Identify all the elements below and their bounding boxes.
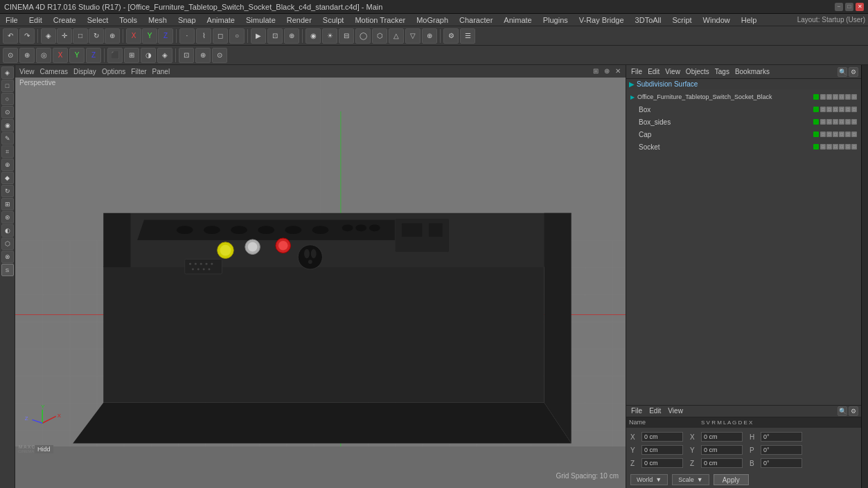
lt-bevel[interactable]: ◆ xyxy=(1,172,14,184)
obj-tab-view[interactable]: View xyxy=(663,68,682,75)
menu-plugins[interactable]: Plugins xyxy=(540,16,571,24)
lt-smooth[interactable]: ⬡ xyxy=(1,237,14,250)
viewport-tab-options[interactable]: Options xyxy=(102,68,125,75)
lt-extrude[interactable]: ⊕ xyxy=(1,159,14,171)
tb2-3[interactable]: ◎ xyxy=(36,48,51,63)
camera-button[interactable]: ◉ xyxy=(305,28,321,44)
coord-y-pos[interactable]: 0 cm xyxy=(641,445,683,455)
obj-search[interactable]: 🔍 xyxy=(838,67,847,77)
menu-select[interactable]: Select xyxy=(85,16,112,24)
lt-select[interactable]: ◈ xyxy=(1,66,14,79)
scale-mode-button[interactable]: Scale ▼ xyxy=(672,474,709,485)
undo-button[interactable]: ↶ xyxy=(3,28,18,44)
vp-maximize[interactable]: ⊞ xyxy=(591,66,601,75)
lt-rect[interactable]: □ xyxy=(1,80,14,92)
bottom-tab-file[interactable]: File xyxy=(629,407,644,415)
coord-b-rot[interactable]: 0° xyxy=(761,458,802,468)
menu-tools[interactable]: Tools xyxy=(116,16,140,24)
menu-mesh[interactable]: Mesh xyxy=(145,16,170,24)
menu-simulate[interactable]: Simulate xyxy=(243,16,278,24)
vp-settings[interactable]: ⊕ xyxy=(602,66,612,75)
menu-snap[interactable]: Snap xyxy=(175,16,199,24)
obj-settings[interactable]: ⚙ xyxy=(849,67,858,77)
plugin1-button[interactable]: ⚙ xyxy=(443,28,459,44)
render-button[interactable]: ▶ xyxy=(251,28,266,44)
tb2-y[interactable]: Y xyxy=(69,48,85,63)
move-tool-button[interactable]: ✛ xyxy=(57,28,72,44)
menu-help[interactable]: Help xyxy=(738,16,760,24)
lt-bridge[interactable]: ⊞ xyxy=(1,198,14,210)
lt-knife[interactable]: ⌗ xyxy=(1,145,14,158)
y-axis-button[interactable]: Y xyxy=(142,28,157,44)
coord-z-size[interactable]: 0 cm xyxy=(701,458,743,468)
viewport-tab-view[interactable]: View xyxy=(19,68,35,75)
coord-x-pos[interactable]: 0 cm xyxy=(641,432,683,442)
lt-weld[interactable]: ⊛ xyxy=(1,211,14,224)
menu-window[interactable]: Window xyxy=(700,16,733,24)
coord-h-rot[interactable]: 0° xyxy=(761,432,802,442)
tb2-z[interactable]: Z xyxy=(86,48,101,63)
right-scrollbar[interactable] xyxy=(861,65,868,488)
menu-edit[interactable]: Edit xyxy=(26,16,45,24)
tb2-snap3[interactable]: ⊙ xyxy=(212,48,227,63)
lt-python[interactable]: S xyxy=(1,264,14,276)
menu-motion-tracker[interactable]: Motion Tracker xyxy=(352,16,408,24)
menu-3dtoall[interactable]: 3DToAll xyxy=(632,16,664,24)
tb2-snap2[interactable]: ⊕ xyxy=(195,48,211,63)
tb2-2[interactable]: ⊕ xyxy=(19,48,35,63)
menu-vray[interactable]: V-Ray Bridge xyxy=(576,16,627,24)
obj-row-cap[interactable]: Cap □ □ □ □ □ □ xyxy=(628,128,860,141)
close-button[interactable]: ✕ xyxy=(856,3,864,11)
menu-script[interactable]: Script xyxy=(669,16,694,24)
points-button[interactable]: · xyxy=(179,28,195,44)
floor-button[interactable]: ⊟ xyxy=(339,28,354,44)
coord-x-size[interactable]: 0 cm xyxy=(701,432,743,442)
bottom-tab-view[interactable]: View xyxy=(666,407,685,415)
obj-tab-edit[interactable]: Edit xyxy=(646,68,662,75)
bottom-search[interactable]: 🔍 xyxy=(838,406,847,416)
viewport-tab-display[interactable]: Display xyxy=(73,68,96,75)
redo-button[interactable]: ↷ xyxy=(19,28,35,44)
obj-row-socket[interactable]: Socket □ □ □ □ □ □ xyxy=(628,141,860,153)
obj-row-box[interactable]: Box □ □ □ □ □ □ xyxy=(628,103,860,116)
lt-loop[interactable]: ↻ xyxy=(1,185,14,197)
apply-button[interactable]: Apply xyxy=(714,474,749,485)
lt-paint[interactable]: ✎ xyxy=(1,132,14,145)
obj-tab-bookmarks[interactable]: Bookmarks xyxy=(733,68,772,75)
null-button[interactable]: ⊕ xyxy=(422,28,437,44)
tb2-hidden[interactable]: ◈ xyxy=(157,48,172,63)
menu-file[interactable]: File xyxy=(3,16,21,24)
lt-magnet[interactable]: ◐ xyxy=(1,224,14,237)
tb2-obj[interactable]: ⬛ xyxy=(107,48,123,63)
lt-sculpt[interactable]: ⊗ xyxy=(1,251,14,263)
bottom-tab-edit[interactable]: Edit xyxy=(647,407,663,415)
obj-row-box-sides[interactable]: Box_sides □ □ □ □ □ □ xyxy=(628,116,860,128)
obj-tab-objects[interactable]: Objects xyxy=(684,68,711,75)
obj-tab-file[interactable]: File xyxy=(629,68,644,75)
menu-animate[interactable]: Animate xyxy=(204,16,238,24)
render-region-button[interactable]: ⊡ xyxy=(267,28,283,44)
env-button[interactable]: ⬡ xyxy=(372,28,387,44)
coord-p-rot[interactable]: 0° xyxy=(761,445,802,455)
bg-button[interactable]: ▽ xyxy=(405,28,420,44)
multi-tool-button[interactable]: ⊕ xyxy=(105,28,120,44)
select-tool-button[interactable]: ◈ xyxy=(41,28,56,44)
vp-close[interactable]: ✕ xyxy=(613,66,623,75)
maximize-button[interactable]: □ xyxy=(845,3,853,11)
obj-row-main[interactable]: ▶ Office_Furniture_Tabletop_Switch_Socke… xyxy=(628,91,860,103)
x-axis-button[interactable]: X xyxy=(126,28,141,44)
lt-brush[interactable]: ◉ xyxy=(1,119,14,132)
obj-tab-tags[interactable]: Tags xyxy=(713,68,732,75)
plugin2-button[interactable]: ☰ xyxy=(460,28,475,44)
rotate-tool-button[interactable]: ↻ xyxy=(89,28,104,44)
tb2-wire[interactable]: ⊞ xyxy=(124,48,139,63)
menu-create[interactable]: Create xyxy=(51,16,79,24)
ipr-button[interactable]: ⊕ xyxy=(284,28,299,44)
tb2-x[interactable]: X xyxy=(53,48,68,63)
coord-y-size[interactable]: 0 cm xyxy=(701,445,743,455)
lt-circle[interactable]: ○ xyxy=(1,93,14,105)
lt-lasso[interactable]: ⊙ xyxy=(1,106,14,118)
bottom-settings[interactable]: ⚙ xyxy=(849,406,858,416)
viewport-tab-cameras[interactable]: Cameras xyxy=(40,68,69,75)
world-mode-button[interactable]: World ▼ xyxy=(630,474,668,485)
